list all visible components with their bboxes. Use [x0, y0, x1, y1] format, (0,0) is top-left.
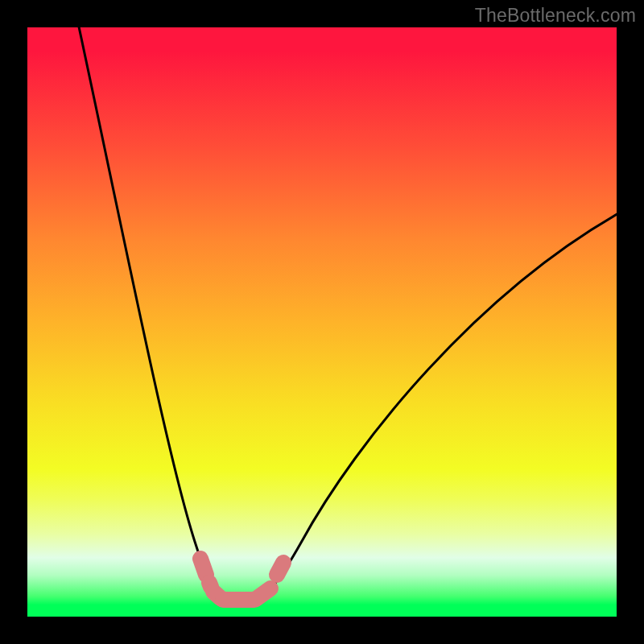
marker-5	[256, 588, 270, 599]
bottleneck-curve	[77, 27, 617, 601]
watermark-text: TheBottleneck.com	[475, 5, 636, 27]
marker-1	[200, 559, 206, 575]
curve-layer	[27, 27, 617, 617]
outer-frame: TheBottleneck.com	[0, 0, 644, 644]
marker-group	[200, 559, 283, 600]
plot-area	[27, 27, 617, 617]
marker-6	[277, 563, 283, 575]
